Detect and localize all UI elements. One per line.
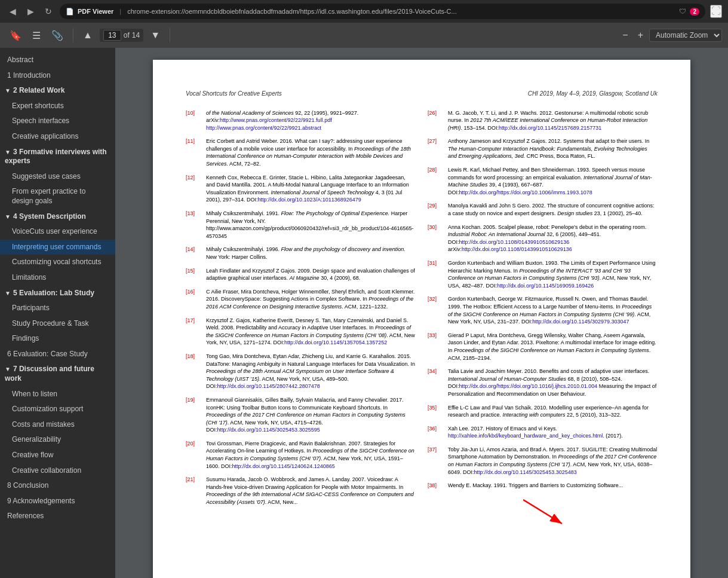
pdf-header: Vocal Shortcuts for Creative Experts CHI… xyxy=(186,90,658,99)
sidebar-item-voicecuts-ux[interactable]: VoiceCuts user experience xyxy=(0,224,115,240)
attachments-button[interactable]: 📎 xyxy=(48,27,67,44)
collapse-icon-5: ▼ xyxy=(5,366,11,372)
separator: | xyxy=(119,8,121,15)
prev-page-button[interactable]: ▲ xyxy=(79,27,96,43)
ref-num-36: [36] xyxy=(428,425,444,440)
page-input[interactable]: 13 xyxy=(103,30,121,41)
sidebar-item-findings[interactable]: Findings xyxy=(0,331,115,347)
ref-num-31: [31] xyxy=(428,259,444,289)
sidebar-item-related-work[interactable]: ▼2 Related Work xyxy=(0,83,115,99)
sidebar-item-generalizability[interactable]: Generalizability xyxy=(0,432,115,448)
ref-entry-13: [13] Mihaly Csikszentmihalyi. 1991. Flow… xyxy=(186,210,416,240)
ref-entry-12: [12] Kenneth Cox, Rebecca E. Grinter, St… xyxy=(186,174,416,204)
ref-text-34: Talia Lavie and Joachim Meyer. 2010. Ben… xyxy=(448,368,658,397)
back-button[interactable]: ◀ xyxy=(6,5,19,18)
sidebar-item-costs-mistakes[interactable]: Costs and mistakes xyxy=(0,417,115,433)
zoom-out-button[interactable]: − xyxy=(619,27,631,43)
ref-entry-19: [19] Emmanouil Giannisakis, Gilles Baill… xyxy=(186,396,416,434)
references-section: [10] of the National Academy of Sciences… xyxy=(186,109,658,512)
sidebar-item-customization-support[interactable]: Customization support xyxy=(0,402,115,417)
fullscreen-button[interactable]: ⛶ xyxy=(710,5,722,18)
ref-num-32: [32] xyxy=(428,295,444,325)
sidebar-item-study-procedure[interactable]: Study Procedure & Task xyxy=(0,316,115,332)
pdf-header-right: CHI 2019, May 4–9, 2019, Glasgow, Scotla… xyxy=(528,90,658,99)
browser-bar: ◀ ▶ ↻ 📄 PDF Viewer | chrome-extension://… xyxy=(0,0,728,23)
sidebar-item-conclusion[interactable]: 8 Conclusion xyxy=(0,478,115,494)
sidebar-item-acknowledgements[interactable]: 9 Acknowledgements xyxy=(0,494,115,509)
ref-entry-17: [17] Krzysztof Z. Gajos, Katherine Everi… xyxy=(186,317,416,347)
sidebar-item-evaluation-lab[interactable]: ▼5 Evaluation: Lab Study xyxy=(0,286,115,301)
ref-num-19: [19] xyxy=(186,396,202,434)
sidebar-item-when-to-listen[interactable]: When to listen xyxy=(0,387,115,402)
sidebar-item-expert-practice[interactable]: From expert practice to design goals xyxy=(0,184,115,209)
sidebar-item-system-description[interactable]: ▼4 System Description xyxy=(0,209,115,225)
sidebar-item-evaluation-case[interactable]: 6 Evaluation: Case Study xyxy=(0,347,115,362)
ref-entry-20: [20] Tovi Grossman, Pierre Dragicevic, a… xyxy=(186,440,416,470)
bookmark-button[interactable]: 🔖 xyxy=(6,27,25,44)
ref-num-28: [28] xyxy=(428,166,444,196)
sidebar-item-expert-shortcuts[interactable]: Expert shortcuts xyxy=(0,99,115,114)
next-page-button[interactable]: ▼ xyxy=(147,27,164,43)
collapse-icon-3: ▼ xyxy=(5,213,11,220)
ref-text-21: Susumu Harada, Jacob O. Wobbrock, and Ja… xyxy=(206,476,416,506)
sidebar-item-interpreting-commands[interactable]: Interpreting user commands xyxy=(0,240,115,255)
ref-text-12: Kenneth Cox, Rebecca E. Grinter, Stacie … xyxy=(206,174,416,204)
zoom-in-button[interactable]: + xyxy=(634,27,647,43)
ref-text-20: Tovi Grossman, Pierre Dragicevic, and Ra… xyxy=(206,440,416,470)
sidebar-item-introduction[interactable]: 1 Introduction xyxy=(0,68,115,84)
sidebar-item-discussion[interactable]: ▼7 Discussion and future work xyxy=(0,362,115,386)
ref-entry-27: [27] Anthony Jameson and Krzysztof Z Gaj… xyxy=(428,137,658,160)
sidebar-item-participants[interactable]: Participants xyxy=(0,301,115,316)
ref-entry-26: [26] M. G. Jacob, Y. T. Li, and J. P. Wa… xyxy=(428,109,658,132)
page-of-label: of xyxy=(124,31,130,39)
reload-button[interactable]: ↻ xyxy=(42,5,55,18)
sidebar-item-abstract[interactable]: Abstract xyxy=(0,53,115,68)
ref-text-26: M. G. Jacob, Y. T. Li, and J. P. Wachs. … xyxy=(448,109,658,132)
ref-text-33: Gierad P Laput, Mira Dontcheva, Gregg Wi… xyxy=(448,332,658,362)
toolbar: 🔖 ☰ 📎 ▲ 13 of 14 ▼ − + Automatic Zoom xyxy=(0,23,728,48)
ref-text-19: Emmanouil Giannisakis, Gilles Bailly, Sy… xyxy=(206,396,416,434)
ref-num-14: [14] xyxy=(186,246,202,261)
ref-text-16: C Ailie Fraser, Mira Dontcheva, Holger W… xyxy=(206,288,416,311)
ref-entry-32: [32] Gordon Kurtenbach, George W. Fitzma… xyxy=(428,295,658,325)
collapse-icon-4: ▼ xyxy=(5,290,11,296)
ref-num-18: [18] xyxy=(186,353,202,390)
ref-num-17: [17] xyxy=(186,317,202,347)
ref-entry-30: [30] Anna Kochan. 2005. Scalpel please, … xyxy=(428,224,658,253)
ref-entry-29: [29] Manolya Kavakli and John S Gero. 20… xyxy=(428,202,658,217)
forward-button[interactable]: ▶ xyxy=(24,5,37,18)
ref-entry-21: [21] Susumu Harada, Jacob O. Wobbrock, a… xyxy=(186,476,416,506)
sidebar-item-suggested-use-cases[interactable]: Suggested use cases xyxy=(0,169,115,185)
ref-text-28: Lewis R. Karl, Michael Pettey, and Ben S… xyxy=(448,166,658,196)
ref-text-30: Anna Kochan. 2005. Scalpel please, robot… xyxy=(448,224,658,253)
ref-entry-15: [15] Leah Findlater and Krzysztof Z Gajo… xyxy=(186,267,416,282)
ref-text-13: Mihaly Csikszentmihalyi. 1991. Flow: The… xyxy=(206,210,416,240)
page-navigation: 13 of 14 xyxy=(100,29,143,42)
alert-badge: 2 xyxy=(690,8,699,16)
zoom-select[interactable]: Automatic Zoom xyxy=(649,29,722,42)
ref-entry-31: [31] Gordon Kurtenbach and William Buxto… xyxy=(428,259,658,289)
pdf-content[interactable]: Vocal Shortcuts for Creative Experts CHI… xyxy=(115,48,728,578)
sidebar-item-creative-flow[interactable]: Creative flow xyxy=(0,448,115,463)
sidebar-item-creative-collaboration[interactable]: Creative collaboration xyxy=(0,463,115,479)
sidebar-item-customizing-shortcuts[interactable]: Customizing vocal shortcuts xyxy=(0,255,115,270)
ref-num-11: [11] xyxy=(186,137,202,167)
ref-entry-37: [37] Toby Jia-Jun Li, Amos Azaria, and B… xyxy=(428,446,658,476)
pdf-page: Vocal Shortcuts for Creative Experts CHI… xyxy=(153,60,690,578)
main-area: Abstract 1 Introduction ▼2 Related Work … xyxy=(0,48,728,578)
collapse-icon-2: ▼ xyxy=(5,149,11,155)
sidebar-item-references[interactable]: References xyxy=(0,509,115,524)
address-bar[interactable]: 📄 PDF Viewer | chrome-extension://oemmnd… xyxy=(60,4,705,19)
sidebar-item-limitations[interactable]: Limitations xyxy=(0,270,115,286)
ref-text-36: Xah Lee. 2017. History of Emacs and vi K… xyxy=(448,425,658,440)
ref-text-15: Leah Findlater and Krzysztof Z Gajos. 20… xyxy=(206,267,416,282)
sidebar-item-formative-interviews[interactable]: ▼3 Formative interviews with experts xyxy=(0,145,115,169)
ref-entry-28: [28] Lewis R. Karl, Michael Pettey, and … xyxy=(428,166,658,196)
thumbnails-button[interactable]: ☰ xyxy=(29,27,44,44)
ref-text-31: Gordon Kurtenbach and William Buxton. 19… xyxy=(448,259,658,289)
sidebar-item-speech-interfaces[interactable]: Speech interfaces xyxy=(0,114,115,129)
ref-num-20: [20] xyxy=(186,440,202,470)
sidebar-item-creative-applications[interactable]: Creative applications xyxy=(0,129,115,145)
ref-num-10: [10] xyxy=(186,109,202,132)
ref-entry-16: [16] C Ailie Fraser, Mira Dontcheva, Hol… xyxy=(186,288,416,311)
